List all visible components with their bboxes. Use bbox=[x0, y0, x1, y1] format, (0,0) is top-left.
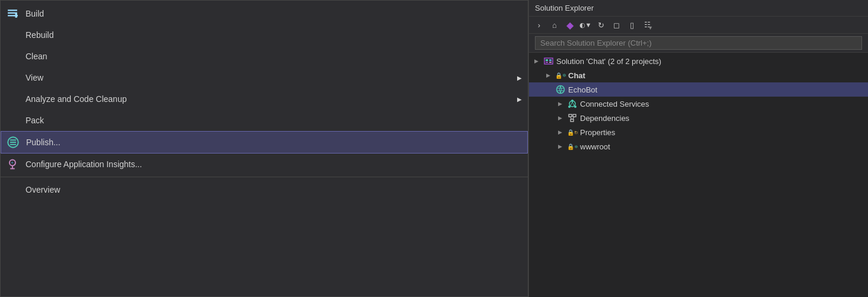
menu-item-clean[interactable]: Clean bbox=[1, 46, 528, 67]
solution-icon bbox=[543, 56, 554, 66]
expander-solution[interactable]: ▶ bbox=[531, 56, 541, 66]
tree-item-properties[interactable]: ▶ 🔒 Properties bbox=[529, 125, 868, 139]
properties-label: Properties bbox=[580, 128, 864, 137]
toolbar-collapse-btn[interactable]: ◻ bbox=[610, 18, 623, 31]
toolbar-home-btn[interactable]: ⌂ bbox=[548, 18, 561, 31]
menu-item-publish[interactable]: Publish... bbox=[1, 131, 528, 154]
analyze-icon-spacer bbox=[5, 92, 20, 106]
pack-icon-spacer bbox=[5, 113, 20, 127]
solution-explorer-toolbar: › ⌂ ◆ ◐▼ ↻ ◻ ▯ ☷ ▼ bbox=[529, 17, 868, 34]
svg-rect-2 bbox=[8, 15, 14, 16]
svg-line-34 bbox=[570, 117, 572, 119]
expander-chat[interactable]: ▶ bbox=[543, 71, 553, 80]
insights-icon: + bbox=[5, 157, 20, 171]
svg-line-29 bbox=[571, 102, 572, 106]
publish-icon bbox=[6, 135, 20, 149]
menu-item-overview[interactable]: Overview bbox=[1, 179, 528, 200]
expander-wwwroot[interactable]: ▶ bbox=[555, 142, 565, 151]
svg-rect-15 bbox=[549, 59, 552, 61]
svg-point-27 bbox=[568, 106, 571, 108]
connected-services-label: Connected Services bbox=[580, 100, 864, 108]
svg-rect-4 bbox=[14, 15, 18, 16]
tree-item-echobot[interactable]: EchoBot bbox=[529, 82, 868, 97]
menu-rebuild-label: Rebuild bbox=[26, 30, 518, 40]
menu-view-label: View bbox=[26, 73, 518, 82]
svg-rect-14 bbox=[546, 59, 548, 61]
properties-icon: 🔒 bbox=[567, 127, 578, 138]
menu-build-label: Build bbox=[26, 9, 518, 18]
menu-item-pack[interactable]: Pack bbox=[1, 110, 528, 131]
expander-connected[interactable]: ▶ bbox=[555, 99, 565, 108]
menu-item-rebuild[interactable]: Rebuild bbox=[1, 24, 528, 46]
svg-rect-17 bbox=[549, 62, 552, 63]
menu-analyze-label: Analyze and Code Cleanup bbox=[26, 94, 518, 104]
menu-item-insights[interactable]: + Configure Application Insights... bbox=[1, 154, 528, 175]
wwwroot-icon: 🔒 bbox=[567, 141, 578, 152]
wwwroot-label: wwwroot bbox=[580, 142, 864, 151]
svg-point-26 bbox=[571, 100, 574, 102]
toolbar-filter-btn[interactable]: ☷ ▼ bbox=[641, 18, 654, 31]
menu-clean-label: Clean bbox=[26, 52, 518, 61]
connected-services-icon bbox=[567, 98, 578, 109]
svg-text:+: + bbox=[11, 160, 14, 165]
tree-item-solution[interactable]: ▶ Solution 'Chat' (2 of 2 projects) bbox=[529, 54, 868, 68]
dependencies-label: Dependencies bbox=[580, 114, 864, 123]
solution-explorer-titlebar: Solution Explorer bbox=[529, 0, 868, 17]
solution-explorer-panel: Solution Explorer › ⌂ ◆ ◐▼ ↻ ◻ ▯ ☷ ▼ ▶ bbox=[528, 0, 868, 297]
solution-explorer-title: Solution Explorer bbox=[535, 4, 594, 12]
overview-icon-spacer bbox=[5, 183, 20, 197]
chat-lock-icon: 🔒 bbox=[555, 70, 566, 81]
tree-item-chat[interactable]: ▶ 🔒 Chat bbox=[529, 68, 868, 82]
svg-rect-33 bbox=[571, 119, 574, 122]
svg-point-28 bbox=[574, 106, 576, 108]
view-icon-spacer bbox=[5, 71, 20, 85]
svg-rect-32 bbox=[573, 114, 576, 117]
menu-pack-label: Pack bbox=[26, 116, 518, 125]
tree-item-wwwroot[interactable]: ▶ 🔒 wwwroot bbox=[529, 139, 868, 154]
toolbar-vs-logo-btn[interactable]: ◆ bbox=[563, 18, 576, 31]
chat-label: Chat bbox=[568, 71, 864, 80]
tree-item-connected-services[interactable]: ▶ Connected Services bbox=[529, 97, 868, 111]
menu-item-view[interactable]: View bbox=[1, 67, 528, 88]
expander-properties[interactable]: ▶ bbox=[555, 127, 565, 137]
rebuild-icon-spacer bbox=[5, 28, 20, 42]
toolbar-refresh-btn[interactable]: ↻ bbox=[594, 18, 607, 31]
solution-label: Solution 'Chat' (2 of 2 projects) bbox=[556, 57, 864, 66]
dependencies-icon bbox=[567, 113, 578, 123]
svg-rect-0 bbox=[8, 9, 17, 11]
clean-icon-spacer bbox=[5, 49, 20, 63]
build-icon bbox=[5, 7, 20, 21]
menu-item-analyze[interactable]: Analyze and Code Cleanup bbox=[1, 88, 528, 110]
search-bar bbox=[529, 34, 868, 53]
menu-separator bbox=[1, 177, 528, 177]
svg-line-30 bbox=[572, 102, 574, 106]
solution-explorer-tree: ▶ Solution 'Chat' (2 of 2 projects) ▶ 🔒 bbox=[529, 53, 868, 297]
svg-rect-1 bbox=[8, 12, 17, 14]
echobot-label: EchoBot bbox=[568, 85, 864, 94]
svg-point-22 bbox=[557, 86, 565, 94]
tree-item-dependencies[interactable]: ▶ Dependencies bbox=[529, 111, 868, 125]
toolbar-back-btn[interactable]: › bbox=[533, 18, 546, 31]
search-input[interactable] bbox=[535, 36, 862, 50]
svg-rect-31 bbox=[569, 114, 572, 117]
context-menu: Build Rebuild Clean View Analyze and Cod… bbox=[0, 0, 528, 297]
svg-line-35 bbox=[573, 117, 574, 119]
menu-publish-label: Publish... bbox=[26, 138, 518, 147]
toolbar-sync-btn[interactable]: ▯ bbox=[625, 18, 638, 31]
menu-item-build[interactable]: Build bbox=[1, 3, 528, 24]
echobot-icon bbox=[555, 84, 566, 95]
expander-dependencies[interactable]: ▶ bbox=[555, 113, 565, 123]
menu-overview-label: Overview bbox=[26, 185, 518, 194]
toolbar-history-btn[interactable]: ◐▼ bbox=[579, 18, 592, 31]
svg-rect-36 bbox=[575, 132, 577, 133]
menu-insights-label: Configure Application Insights... bbox=[26, 159, 518, 169]
svg-rect-16 bbox=[546, 62, 548, 63]
